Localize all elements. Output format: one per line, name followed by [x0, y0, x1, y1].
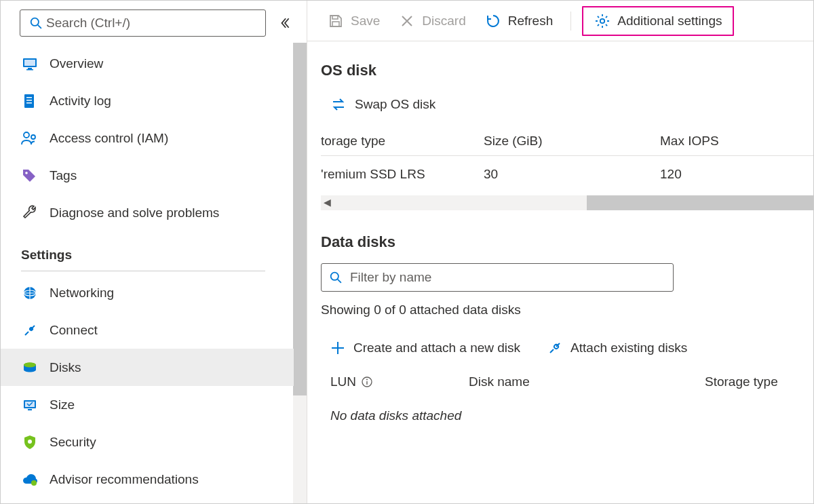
main-pane: Save Discard Refresh Ad — [307, 1, 813, 503]
svg-rect-9 — [26, 102, 32, 104]
svg-rect-30 — [366, 381, 367, 385]
svg-rect-4 — [28, 68, 32, 69]
sidebar-item-access-control[interactable]: Access control (IAM) — [1, 119, 294, 157]
sidebar-item-overview[interactable]: Overview — [1, 45, 294, 82]
additional-settings-label: Additional settings — [617, 14, 722, 28]
sidebar-item-diagnose[interactable]: Diagnose and solve problems — [1, 194, 294, 231]
toolbar-separator — [570, 12, 571, 31]
sidebar-item-label: Size — [50, 398, 75, 412]
svg-rect-8 — [26, 100, 32, 101]
no-disks-message: No data disks attached — [321, 389, 813, 423]
col-max-iops[interactable]: Max IOPS — [660, 127, 813, 156]
wrench-icon — [21, 204, 39, 222]
sidebar-item-label: Tags — [50, 168, 77, 183]
sidebar-item-label: Disks — [50, 360, 81, 375]
sidebar-item-security[interactable]: Security — [1, 423, 294, 461]
os-disk-heading: OS disk — [321, 62, 813, 79]
gear-icon — [594, 13, 610, 29]
create-attach-disk-button[interactable]: Create and attach a new disk — [330, 341, 520, 355]
col-storage-type-dd[interactable]: Storage type — [705, 374, 778, 389]
col-storage-type[interactable]: torage type — [321, 127, 484, 156]
shield-icon — [21, 433, 39, 451]
discard-icon — [399, 13, 415, 29]
svg-line-1 — [38, 25, 41, 28]
swap-icon — [330, 97, 347, 112]
collapse-sidebar-button[interactable] — [274, 12, 296, 34]
sidebar-item-tags[interactable]: Tags — [1, 157, 294, 194]
attach-icon — [547, 341, 562, 355]
people-icon — [21, 130, 39, 147]
sidebar-item-advisor[interactable]: Advisor recommendations — [1, 461, 294, 498]
data-disks-columns: LUN Disk name Storage type — [321, 374, 813, 389]
sidebar-item-label: Advisor recommendations — [50, 472, 199, 487]
filter-by-name[interactable] — [321, 263, 674, 292]
size-icon — [21, 396, 39, 414]
refresh-button[interactable]: Refresh — [478, 9, 560, 33]
monitor-icon — [21, 55, 39, 73]
attach-existing-label: Attach existing disks — [570, 341, 687, 355]
sidebar-item-networking[interactable]: Networking — [1, 274, 294, 311]
sidebar: Overview Activity log Access control (IA… — [1, 1, 307, 503]
os-disk-hscroll[interactable]: ◀ — [321, 195, 813, 210]
sidebar-item-size[interactable]: Size — [1, 386, 294, 423]
cell-max-iops: 120 — [660, 156, 813, 193]
attach-existing-disks-button[interactable]: Attach existing disks — [547, 341, 687, 355]
refresh-label: Refresh — [508, 14, 554, 28]
svg-rect-24 — [332, 22, 339, 26]
sidebar-item-label: Connect — [50, 323, 98, 338]
svg-point-21 — [28, 440, 32, 444]
additional-settings-button[interactable]: Additional settings — [587, 9, 729, 33]
sidebar-search-input[interactable] — [45, 15, 258, 31]
info-icon[interactable] — [362, 376, 372, 387]
sidebar-item-label: Overview — [50, 56, 103, 71]
scroll-left-icon: ◀ — [324, 197, 331, 208]
discard-label: Discard — [422, 14, 465, 28]
sidebar-section-settings: Settings — [1, 231, 294, 268]
tag-icon — [21, 167, 39, 185]
svg-point-22 — [31, 480, 37, 486]
sidebar-item-disks[interactable]: Disks — [1, 349, 294, 386]
cell-size: 30 — [484, 156, 660, 193]
svg-rect-5 — [26, 69, 33, 71]
swap-os-disk-button[interactable]: Swap OS disk — [321, 92, 813, 127]
content-area: OS disk Swap OS disk torage type Size (G… — [307, 41, 813, 503]
svg-point-25 — [600, 18, 604, 22]
svg-point-26 — [331, 273, 338, 280]
svg-rect-23 — [332, 16, 338, 19]
col-size[interactable]: Size (GiB) — [484, 127, 660, 156]
cell-storage-type: 'remium SSD LRS — [321, 156, 484, 193]
os-disk-table: torage type Size (GiB) Max IOPS 'remium … — [321, 127, 813, 193]
showing-count: Showing 0 of 0 attached data disks — [321, 303, 813, 317]
svg-rect-20 — [28, 409, 32, 410]
sidebar-item-activity-log[interactable]: Activity log — [1, 82, 294, 119]
search-icon — [27, 14, 45, 32]
connect-icon — [21, 322, 39, 339]
save-button[interactable]: Save — [321, 9, 387, 33]
hscroll-thumb[interactable] — [587, 195, 813, 210]
plus-icon — [330, 341, 345, 355]
advisor-icon — [21, 471, 39, 488]
sidebar-search[interactable] — [20, 9, 266, 37]
col-disk-name[interactable]: Disk name — [469, 374, 530, 389]
sidebar-item-label: Security — [50, 435, 96, 450]
col-lun[interactable]: LUN — [330, 374, 356, 389]
disks-icon — [21, 359, 39, 376]
filter-search-icon — [330, 271, 342, 284]
sidebar-item-connect[interactable]: Connect — [1, 311, 294, 349]
svg-point-17 — [24, 362, 36, 367]
svg-rect-3 — [24, 60, 35, 66]
svg-point-10 — [24, 132, 29, 138]
data-disks-heading: Data disks — [321, 233, 813, 251]
log-icon — [21, 92, 39, 110]
save-icon — [328, 13, 344, 29]
filter-input[interactable] — [349, 269, 665, 286]
sidebar-scrollbar-thumb[interactable] — [293, 43, 307, 395]
swap-os-disk-label: Swap OS disk — [355, 97, 435, 112]
svg-line-27 — [338, 279, 341, 283]
svg-rect-7 — [26, 97, 32, 98]
sidebar-item-label: Diagnose and solve problems — [50, 206, 219, 220]
refresh-icon — [485, 13, 501, 29]
sidebar-item-label: Activity log — [50, 94, 111, 109]
toolbar: Save Discard Refresh Ad — [307, 1, 813, 41]
discard-button[interactable]: Discard — [392, 9, 472, 33]
